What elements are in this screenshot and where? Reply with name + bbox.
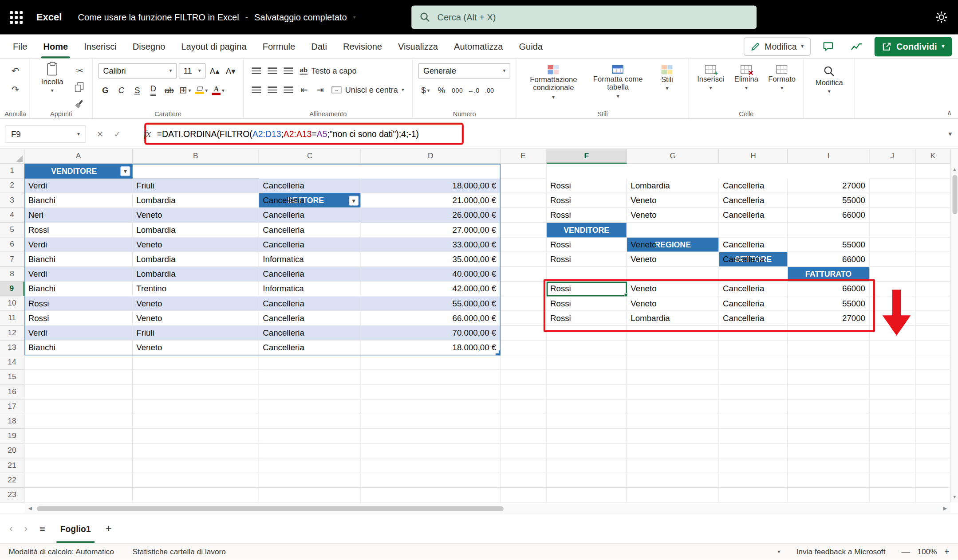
align-center-button[interactable] [265,82,280,97]
vertical-scroll-thumb[interactable] [952,175,957,214]
cell-B10[interactable]: Veneto [133,296,259,311]
scroll-left-icon[interactable]: ◀ [24,505,35,511]
tab-file[interactable]: File [5,35,35,59]
scroll-right-icon[interactable]: ▶ [939,505,950,511]
copy-button[interactable] [72,80,87,94]
cell-J4[interactable] [870,208,916,223]
percent-format-button[interactable]: % [434,83,449,98]
comments-button[interactable] [818,37,839,56]
cell-K2[interactable] [915,179,950,193]
cell-F22[interactable] [547,473,627,488]
font-name-select[interactable]: Calibri ▾ [98,63,177,79]
cell-F17[interactable] [547,399,627,414]
cell-I13[interactable] [788,341,870,355]
cell-H20[interactable] [719,444,788,458]
column-header-C[interactable]: C [259,149,361,164]
cell-E6[interactable] [501,238,547,252]
align-top-button[interactable] [249,63,264,78]
cell-A18[interactable] [24,414,133,429]
cell-K8[interactable] [915,267,950,282]
tab-automatizza[interactable]: Automatizza [446,35,511,59]
cell-A7[interactable]: Bianchi [24,252,133,267]
cell-H23[interactable] [719,488,788,502]
row-header-18[interactable]: 18 [0,414,24,429]
tab-guida[interactable]: Guida [511,35,551,59]
cell-K23[interactable] [915,488,950,502]
cell-C16[interactable] [259,385,361,399]
cell-I7[interactable]: 66000 [788,252,870,267]
cell-G18[interactable] [627,414,719,429]
cell-A3[interactable]: Bianchi [24,193,133,208]
align-middle-button[interactable] [265,63,280,78]
cell-A2[interactable]: Verdi [24,179,133,193]
cell-F13[interactable] [547,341,627,355]
cell-C23[interactable] [259,488,361,502]
cell-I18[interactable] [788,414,870,429]
column-header-I[interactable]: I [788,149,870,164]
cell-J6[interactable] [870,238,916,252]
row-header-5[interactable]: 5 [0,223,24,237]
row-header-6[interactable]: 6 [0,238,24,252]
editing-button[interactable]: Modifica ▾ [809,63,849,94]
cell-H3[interactable]: Cancelleria [719,193,788,208]
cell-H14[interactable] [719,355,788,370]
column-header-G[interactable]: G [627,149,719,164]
row-header-13[interactable]: 13 [0,341,24,355]
cell-G4[interactable]: Veneto [627,208,719,223]
chevron-down-icon[interactable]: ▾ [353,15,356,20]
cell-C19[interactable] [259,429,361,443]
cell-D9[interactable]: 42.000,00 € [361,282,501,296]
cell-E18[interactable] [501,414,547,429]
table-resize-handle[interactable] [496,350,501,355]
cell-K21[interactable] [915,458,950,473]
decrease-decimal-button[interactable]: .00 [482,83,497,98]
row-header-3[interactable]: 3 [0,193,24,208]
fx-icon[interactable]: fx [144,128,151,139]
row-header-8[interactable]: 8 [0,267,24,282]
cell-C22[interactable] [259,473,361,488]
search-input[interactable]: Cerca (Alt + X) [411,5,757,29]
italic-button[interactable]: C [114,83,128,98]
cell-D20[interactable] [361,444,501,458]
cell-E13[interactable] [501,341,547,355]
cell-B7[interactable]: Lombardia [133,252,259,267]
cell-I22[interactable] [788,473,870,488]
cell-E20[interactable] [501,444,547,458]
cell-F14[interactable] [547,355,627,370]
cell-K22[interactable] [915,473,950,488]
align-right-button[interactable] [281,82,296,97]
cell-J16[interactable] [870,385,916,399]
share-button[interactable]: Condividi ▾ [874,36,952,56]
cell-B17[interactable] [133,399,259,414]
cell-C11[interactable]: Cancelleria [259,311,361,326]
column-header-E[interactable]: E [501,149,547,164]
collapse-ribbon-icon[interactable]: ∧ [947,109,952,117]
cell-A12[interactable]: Verdi [24,326,133,341]
cell-I21[interactable] [788,458,870,473]
cell-I15[interactable] [788,370,870,385]
zoom-out-button[interactable]: — [901,547,910,556]
scroll-up-icon[interactable]: ▲ [953,166,957,172]
cell-H4[interactable]: Cancelleria [719,208,788,223]
cell-B14[interactable] [133,355,259,370]
calc-mode-status[interactable]: Modalità di calcolo: Automatico [8,548,114,556]
cell-E5[interactable] [501,223,547,237]
cell-G20[interactable] [627,444,719,458]
tab-home[interactable]: Home [35,35,76,59]
cell-F4[interactable]: Rossi [547,208,627,223]
cell-D19[interactable] [361,429,501,443]
cell-I4[interactable]: 66000 [788,208,870,223]
activity-button[interactable] [846,37,867,56]
grow-font-button[interactable]: A▴ [208,63,222,78]
cell-D23[interactable] [361,488,501,502]
workbook-stats[interactable]: Statistiche cartella di lavoro [132,548,226,556]
cell-C14[interactable] [259,355,361,370]
row-header-2[interactable]: 2 [0,179,24,193]
cell-G23[interactable] [627,488,719,502]
cell-A1[interactable]: VENDITORE▾ [24,164,133,179]
cell-D15[interactable] [361,370,501,385]
cell-E14[interactable] [501,355,547,370]
expand-formula-bar-icon[interactable]: ▾ [948,130,953,138]
cell-A23[interactable] [24,488,133,502]
cell-E8[interactable] [501,267,547,282]
